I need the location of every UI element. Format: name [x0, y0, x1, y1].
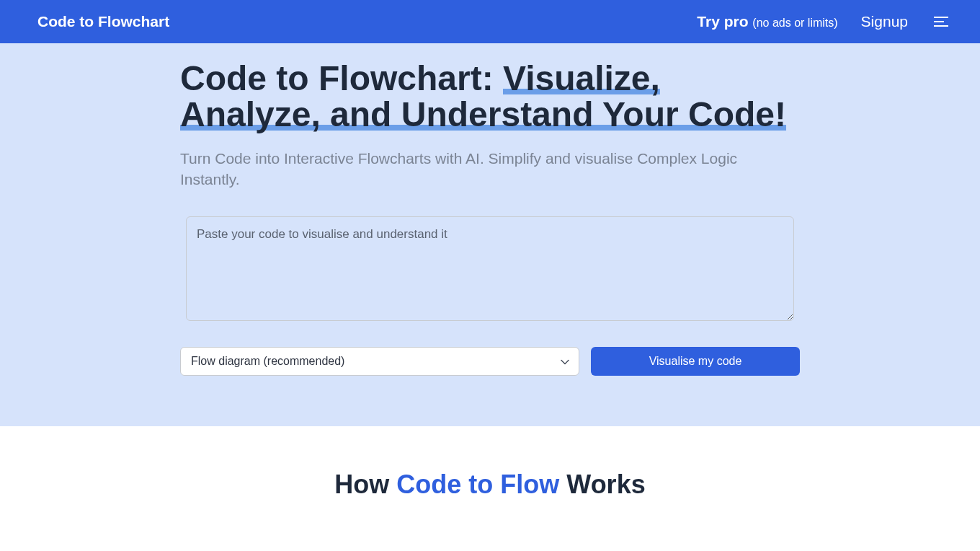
title-prefix: Code to Flowchart:: [180, 59, 503, 97]
logo[interactable]: Code to Flowchart: [37, 13, 169, 30]
page-title: Code to Flowchart: Visualize, Analyze, a…: [180, 61, 800, 133]
try-pro-sublabel: (no ads or limits): [752, 17, 837, 29]
menu-icon[interactable]: [931, 14, 951, 30]
how-prefix: How: [334, 470, 396, 499]
hero-section: Code to Flowchart: Visualize, Analyze, a…: [0, 43, 980, 426]
code-input[interactable]: [186, 216, 794, 321]
signup-link[interactable]: Signup: [861, 13, 908, 30]
diagram-type-select-wrapper: Flow diagram (recommended): [180, 347, 579, 376]
hero-subtitle: Turn Code into Interactive Flowcharts wi…: [180, 148, 800, 190]
try-pro-label: Try pro: [697, 13, 748, 30]
how-accent: Code to Flow: [396, 470, 559, 499]
hero-container: Code to Flowchart: Visualize, Analyze, a…: [166, 61, 814, 376]
try-pro-link[interactable]: Try pro (no ads or limits): [697, 13, 837, 30]
how-suffix: Works: [559, 470, 645, 499]
how-it-works-section: How Code to Flow Works: [0, 426, 980, 543]
diagram-type-select[interactable]: Flow diagram (recommended): [180, 347, 579, 376]
header-right: Try pro (no ads or limits) Signup: [697, 13, 951, 30]
visualise-button[interactable]: Visualise my code: [591, 347, 800, 376]
how-it-works-title: How Code to Flow Works: [0, 470, 980, 500]
header: Code to Flowchart Try pro (no ads or lim…: [0, 0, 980, 43]
controls-row: Flow diagram (recommended) Visualise my …: [180, 347, 800, 376]
